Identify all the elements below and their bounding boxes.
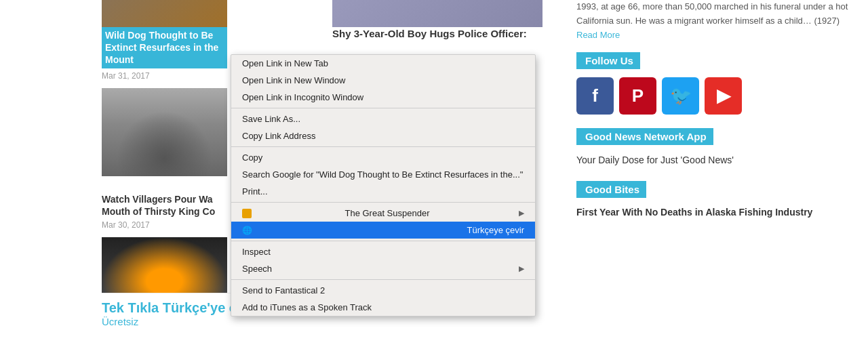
- article2-date: Mar 30, 2017: [102, 220, 150, 230]
- article2-image: [102, 88, 227, 176]
- article2-title[interactable]: Watch Villagers Pour Wa Mouth of Thirsty…: [102, 193, 227, 218]
- menu-item-label-copy-link: Copy Link Address: [242, 131, 315, 141]
- translate-promo-subtitle: Ücretsiz: [102, 316, 332, 327]
- read-more-link[interactable]: Read More: [576, 30, 620, 40]
- menu-separator-sep3: [231, 202, 535, 203]
- menu-item-translate[interactable]: 🌐Türkçeye çevir: [231, 222, 535, 239]
- menu-item-open-new-window[interactable]: Open Link in New Window: [231, 72, 535, 89]
- good-bites-section: Good Bites First Year With No Deaths in …: [576, 181, 854, 220]
- menu-item-label-copy: Copy: [242, 152, 262, 163]
- twitter-icon[interactable]: 🐦: [662, 77, 699, 115]
- menu-item-label-search-google: Search Google for "Wild Dog Thought to B…: [242, 169, 523, 180]
- menu-item-great-suspender[interactable]: The Great Suspender▶: [231, 205, 535, 222]
- article1-top-image: [102, 0, 227, 27]
- translate-icon: 🌐: [242, 226, 252, 235]
- follow-us-header: Follow Us: [576, 52, 640, 69]
- article1-title[interactable]: Wild Dog Thought to Be Extinct Resurface…: [102, 27, 227, 68]
- menu-item-label-great-suspender: The Great Suspender: [344, 208, 429, 218]
- good-bites-header: Good Bites: [576, 181, 646, 198]
- menu-item-copy-link[interactable]: Copy Link Address: [231, 127, 535, 144]
- submenu-arrow-speech: ▶: [519, 264, 524, 273]
- facebook-icon[interactable]: f: [576, 77, 614, 115]
- good-bites-article-title[interactable]: First Year With No Deaths in Alaska Fish…: [576, 206, 854, 220]
- pinterest-icon[interactable]: P: [619, 77, 656, 115]
- right-sidebar: 1993, at age 66, more than 50,000 marche…: [563, 0, 868, 347]
- menu-item-label-save-link: Save Link As...: [242, 114, 300, 124]
- menu-separator-sep5: [231, 279, 535, 280]
- menu-separator-sep2: [231, 146, 535, 147]
- context-menu: Open Link in New TabOpen Link in New Win…: [231, 54, 536, 317]
- article-right-title[interactable]: Shy 3-Year-Old Boy Hugs Police Officer:: [332, 27, 539, 41]
- menu-item-itunes[interactable]: Add to iTunes as a Spoken Track: [231, 299, 535, 316]
- sidebar-intro-text: 1993, at age 66, more than 50,000 marche…: [576, 0, 854, 42]
- social-icons-row: f P 🐦 ▶: [576, 77, 854, 115]
- menu-item-open-incognito[interactable]: Open Link in Incognito Window: [231, 89, 535, 106]
- menu-item-search-google[interactable]: Search Google for "Wild Dog Thought to B…: [231, 166, 535, 183]
- menu-item-label-speech: Speech: [242, 264, 272, 274]
- youtube-icon[interactable]: ▶: [705, 77, 742, 115]
- menu-item-label-print: Print...: [242, 186, 268, 197]
- article1-date: Mar 31, 2017: [102, 71, 150, 81]
- app-section: Good News Network App Your Daily Dose fo…: [576, 128, 854, 167]
- menu-item-fantastical[interactable]: Send to Fantastical 2: [231, 282, 535, 299]
- menu-item-label-fantastical: Send to Fantastical 2: [242, 285, 325, 295]
- menu-item-label-translate: Türkçeye çevir: [467, 225, 524, 235]
- follow-us-section: Follow Us f P 🐦 ▶: [576, 52, 854, 115]
- menu-item-label-open-new-window: Open Link in New Window: [242, 75, 345, 85]
- menu-item-inspect[interactable]: Inspect: [231, 243, 535, 260]
- article-right-top-image: [332, 0, 542, 27]
- menu-item-print[interactable]: Print...: [231, 183, 535, 200]
- menu-separator-sep1: [231, 108, 535, 108]
- menu-item-label-open-new-tab: Open Link in New Tab: [242, 58, 328, 68]
- menu-item-label-open-incognito: Open Link in Incognito Window: [242, 92, 363, 102]
- menu-separator-sep4: [231, 241, 535, 241]
- app-description: Your Daily Dose for Just 'Good News': [576, 153, 854, 167]
- submenu-arrow-great-suspender: ▶: [519, 209, 524, 218]
- menu-item-label-inspect: Inspect: [242, 247, 271, 257]
- menu-item-speech[interactable]: Speech▶: [231, 260, 535, 277]
- menu-item-copy[interactable]: Copy: [231, 149, 535, 166]
- menu-item-open-new-tab[interactable]: Open Link in New Tab: [231, 55, 535, 72]
- app-section-header: Good News Network App: [576, 128, 713, 145]
- menu-item-save-link[interactable]: Save Link As...: [231, 110, 535, 127]
- menu-item-label-itunes: Add to iTunes as a Spoken Track: [242, 302, 372, 312]
- great-suspender-icon: [242, 209, 252, 218]
